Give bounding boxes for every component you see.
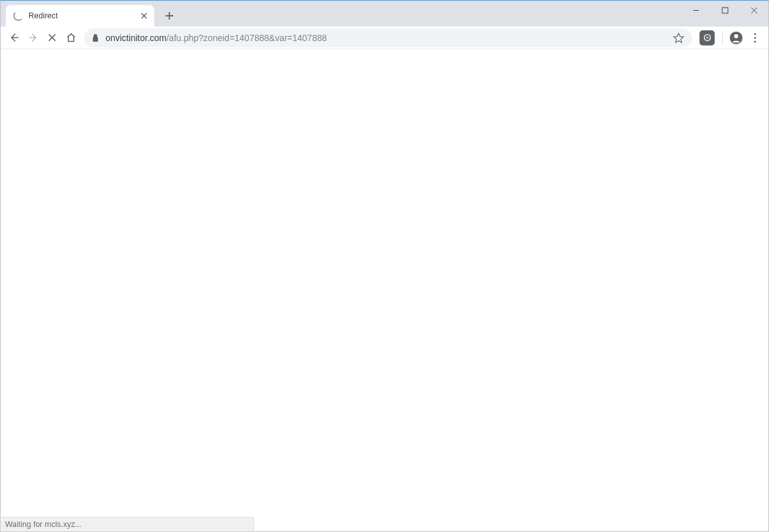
svg-point-4 bbox=[754, 33, 756, 35]
svg-point-6 bbox=[754, 40, 756, 42]
home-button[interactable] bbox=[61, 28, 80, 47]
browser-tab[interactable]: Redirect bbox=[6, 5, 154, 27]
forward-button[interactable] bbox=[23, 28, 42, 47]
extension-icon[interactable] bbox=[699, 30, 715, 45]
svg-rect-0 bbox=[722, 8, 728, 13]
toolbar: onvictinitor.com/afu.php?zoneid=1407888&… bbox=[1, 27, 768, 49]
address-bar[interactable]: onvictinitor.com/afu.php?zoneid=1407888&… bbox=[84, 28, 692, 47]
new-tab-button[interactable] bbox=[160, 7, 178, 25]
tab-title: Redirect bbox=[28, 11, 139, 20]
status-text: Waiting for mcls.xyz... bbox=[5, 520, 82, 529]
page-content bbox=[1, 49, 768, 531]
svg-point-5 bbox=[754, 37, 756, 39]
separator bbox=[722, 32, 723, 44]
stop-reload-button[interactable] bbox=[42, 28, 61, 47]
back-button[interactable] bbox=[4, 28, 23, 47]
loading-spinner-icon bbox=[13, 11, 23, 21]
svg-point-3 bbox=[734, 34, 738, 38]
window-controls bbox=[681, 1, 768, 20]
bookmark-star-button[interactable] bbox=[673, 32, 684, 44]
status-bar: Waiting for mcls.xyz... bbox=[1, 517, 254, 531]
url-path: /afu.php?zoneid=1407888&var=1407888 bbox=[166, 33, 327, 43]
lock-icon bbox=[92, 33, 99, 42]
tab-strip: Redirect bbox=[1, 1, 768, 27]
close-window-button[interactable] bbox=[739, 1, 768, 20]
maximize-button[interactable] bbox=[710, 1, 739, 20]
profile-button[interactable] bbox=[727, 28, 746, 47]
tab-close-button[interactable] bbox=[139, 11, 149, 21]
minimize-button[interactable] bbox=[681, 1, 710, 20]
url-domain: onvictinitor.com bbox=[106, 33, 166, 43]
chrome-menu-button[interactable] bbox=[746, 28, 765, 47]
url-text: onvictinitor.com/afu.php?zoneid=1407888&… bbox=[106, 33, 668, 43]
